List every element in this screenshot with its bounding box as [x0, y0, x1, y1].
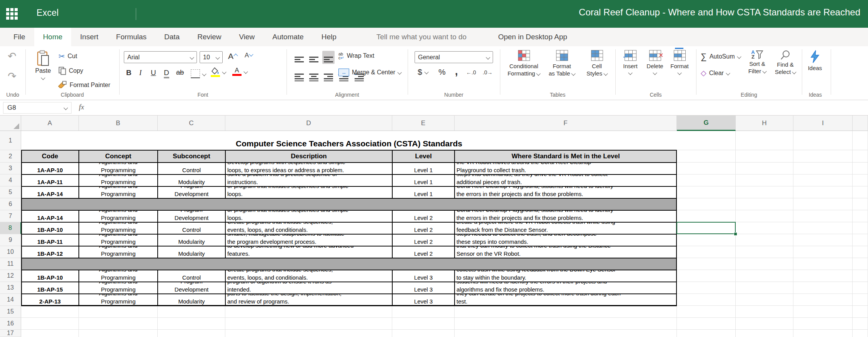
cut-button[interactable]: ✂ Cut	[58, 53, 77, 60]
cell-A9[interactable]: 1B-AP-11	[21, 234, 79, 246]
row-header-6[interactable]: 6	[0, 198, 21, 210]
menu-help[interactable]: Help	[313, 28, 345, 46]
fill-handle[interactable]	[734, 232, 737, 236]
align-center-button[interactable]	[308, 68, 320, 83]
cell-A13[interactable]: 1B-AP-15	[21, 282, 79, 294]
row-header-4[interactable]: 4	[0, 174, 21, 186]
row-header-8[interactable]: 8	[0, 222, 21, 234]
decrease-decimal-button[interactable]: .0→	[483, 69, 493, 75]
cell-E13[interactable]: Level 3	[392, 282, 455, 294]
cell-E14[interactable]: Level 3	[392, 294, 455, 306]
column-header-D[interactable]: D	[225, 116, 392, 131]
header-cell-description[interactable]: Description	[225, 150, 392, 163]
cell-E10[interactable]: Level 2	[392, 246, 455, 258]
cell-B13[interactable]: Algorithms andProgramming	[79, 282, 158, 294]
cell-C12[interactable]: Control	[158, 270, 225, 282]
header-cell-subconcept[interactable]: Subconcept	[158, 150, 225, 163]
cell-F13[interactable]: students will need to identify the error…	[455, 282, 677, 294]
column-header-A[interactable]: A	[21, 116, 79, 131]
format-cells-button[interactable]: Format	[668, 50, 691, 74]
row-header-11[interactable]: 11	[0, 258, 21, 270]
row-header-3[interactable]: 3	[0, 163, 21, 174]
cell-C5[interactable]: ProgramDevelopment	[158, 186, 225, 198]
cell-E7[interactable]: Level 2	[392, 210, 455, 222]
cell-D13[interactable]: program or algorithm to ensure it runs a…	[225, 282, 392, 294]
cell-B4[interactable]: Algorithms andProgramming	[79, 174, 158, 186]
column-header-blank[interactable]	[853, 116, 868, 131]
cell-styles-button[interactable]: Cell Styles	[581, 50, 612, 77]
currency-button[interactable]: $	[418, 67, 428, 77]
cell-A14[interactable]: 2-AP-13	[21, 294, 79, 306]
row-header-13[interactable]: 13	[0, 282, 21, 294]
cell-D8[interactable]: Create programs that include sequences,e…	[225, 222, 392, 234]
cell-A8[interactable]: 1B-AP-10	[21, 222, 79, 234]
grow-font-button[interactable]: A	[228, 52, 237, 61]
comma-style-button[interactable]: ,	[455, 65, 458, 77]
menu-review[interactable]: Review	[188, 28, 230, 46]
cell-C13[interactable]: ProgramDevelopment	[158, 282, 225, 294]
separator-row-6[interactable]	[21, 198, 677, 210]
redo-icon[interactable]: ↷	[8, 70, 17, 82]
menu-insert[interactable]: Insert	[71, 28, 107, 46]
cell-F8[interactable]: create a project where the VR Robot coll…	[455, 222, 677, 234]
cell-B3[interactable]: Algorithms andProgramming	[79, 163, 158, 174]
cell-D12[interactable]: Create programs that include sequences,e…	[225, 270, 392, 282]
column-header-C[interactable]: C	[158, 116, 225, 131]
align-middle-button[interactable]	[308, 51, 320, 64]
spreadsheet-grid[interactable]: Computer Science Teachers Association (C…	[0, 116, 868, 337]
cell-F7[interactable]: Coral Reef Cleanup Playground, students …	[455, 210, 677, 222]
cell-A7[interactable]: 1A-AP-14	[21, 210, 79, 222]
cell-B5[interactable]: Algorithms andProgramming	[79, 186, 158, 198]
menu-file[interactable]: File	[5, 28, 34, 46]
cell-C7[interactable]: ProgramDevelopment	[158, 210, 225, 222]
font-color-button[interactable]: A	[232, 67, 247, 76]
align-top-button[interactable]	[293, 51, 305, 64]
cell-C4[interactable]: Modularity	[158, 174, 225, 186]
cell-B14[interactable]: Algorithms andProgramming	[79, 294, 158, 306]
cell-D3[interactable]: Develop programs with sequences and simp…	[225, 163, 392, 174]
increase-decimal-button[interactable]: ←.0	[466, 69, 476, 75]
cell-F5[interactable]: Coral Reef Cleanup Playground, students …	[455, 186, 677, 198]
percent-button[interactable]: %	[438, 67, 446, 77]
cell-C10[interactable]: Modularity	[158, 246, 225, 258]
row-header-12[interactable]: 12	[0, 270, 21, 282]
row-header-2[interactable]: 2	[0, 150, 21, 163]
paste-button[interactable]: Paste	[32, 50, 55, 79]
find-select-button[interactable]: Find & Select	[771, 50, 799, 75]
cell-B9[interactable]: Algorithms andProgramming	[79, 234, 158, 246]
menu-formulas[interactable]: Formulas	[107, 28, 155, 46]
format-painter-button[interactable]: Format Painter	[58, 81, 110, 89]
cell-D7[interactable]: or program that includes sequences and s…	[225, 210, 392, 222]
cell-B12[interactable]: Algorithms andProgramming	[79, 270, 158, 282]
row-header-17[interactable]: 17	[0, 330, 21, 337]
underline-button[interactable]: U	[151, 69, 156, 77]
column-header-F[interactable]: F	[455, 116, 677, 131]
cell-F10[interactable]: that they can modify to collect more tra…	[455, 246, 677, 258]
cell-B7[interactable]: Algorithms andProgramming	[79, 210, 158, 222]
header-cell-level[interactable]: Level	[392, 150, 455, 163]
cell-D4[interactable]: solve a problem into a precise sequence …	[225, 174, 392, 186]
cell-E5[interactable]: Level 1	[392, 186, 455, 198]
delete-cells-button[interactable]: ✕ Delete	[643, 50, 667, 74]
cell-F4[interactable]: steps into commands, as they drive the V…	[455, 174, 677, 186]
ideas-button[interactable]: Ideas	[803, 50, 827, 72]
row-header-10[interactable]: 10	[0, 246, 21, 258]
copy-button[interactable]: Copy	[58, 67, 83, 75]
cell-A10[interactable]: 1B-AP-12	[21, 246, 79, 258]
format-as-table-button[interactable]: Format as Table	[545, 50, 578, 77]
tell-me-box[interactable]: Tell me what you want to do	[368, 28, 475, 46]
cell-C3[interactable]: Control	[158, 163, 225, 174]
undo-icon[interactable]: ↶	[8, 50, 17, 62]
menu-view[interactable]: View	[230, 28, 263, 46]
font-size-select[interactable]: 10	[200, 51, 223, 63]
cell-A3[interactable]: 1A-AP-10	[21, 163, 79, 174]
cell-F14[interactable]: they can iterate on the projects to coll…	[455, 294, 677, 306]
fill-color-button[interactable]	[211, 67, 226, 77]
cell-C14[interactable]: Modularity	[158, 294, 225, 306]
cell-E4[interactable]: Level 1	[392, 174, 455, 186]
cell-D5[interactable]: or program that includes sequences and s…	[225, 186, 392, 198]
name-box[interactable]: G8	[3, 102, 72, 114]
column-header-G[interactable]: G	[677, 116, 736, 131]
autosum-button[interactable]: ∑ AutoSum	[701, 53, 741, 60]
cell-D10[interactable]: to develop something new or add more adv…	[225, 246, 392, 258]
